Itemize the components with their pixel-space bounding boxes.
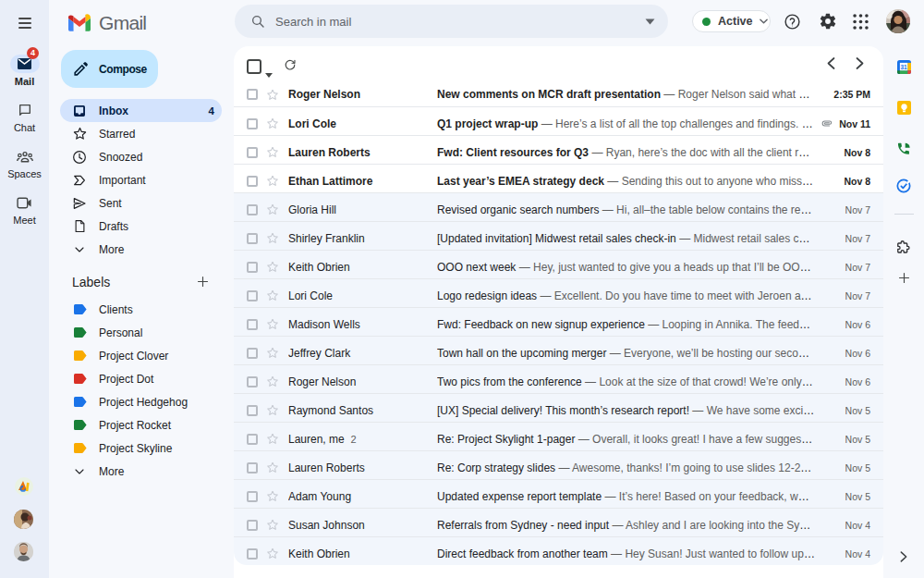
- svg-text:31: 31: [900, 64, 907, 70]
